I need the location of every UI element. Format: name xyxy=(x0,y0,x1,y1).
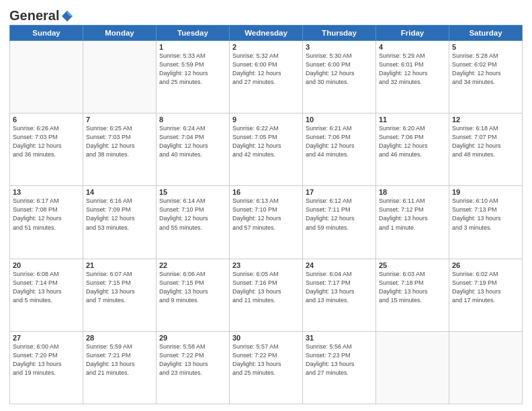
day-info: Sunrise: 6:18 AM Sunset: 7:07 PM Dayligh… xyxy=(452,124,519,159)
calendar-cell: 8Sunrise: 6:24 AM Sunset: 7:04 PM Daylig… xyxy=(157,113,230,186)
day-info: Sunrise: 5:56 AM Sunset: 7:23 PM Dayligh… xyxy=(306,342,373,377)
calendar-week-row: 27Sunrise: 6:00 AM Sunset: 7:20 PM Dayli… xyxy=(10,331,523,404)
calendar-cell: 3Sunrise: 5:30 AM Sunset: 6:00 PM Daylig… xyxy=(303,41,376,113)
day-info: Sunrise: 6:14 AM Sunset: 7:10 PM Dayligh… xyxy=(159,197,226,232)
calendar-cell: 19Sunrise: 6:10 AM Sunset: 7:13 PM Dayli… xyxy=(449,186,523,259)
day-number: 25 xyxy=(379,261,446,269)
day-info: Sunrise: 6:05 AM Sunset: 7:16 PM Dayligh… xyxy=(232,270,300,305)
calendar-cell: 15Sunrise: 6:14 AM Sunset: 7:10 PM Dayli… xyxy=(157,186,230,259)
day-info: Sunrise: 6:24 AM Sunset: 7:04 PM Dayligh… xyxy=(159,124,226,159)
day-number: 3 xyxy=(306,43,373,51)
day-info: Sunrise: 5:58 AM Sunset: 7:22 PM Dayligh… xyxy=(159,342,226,377)
day-info: Sunrise: 5:29 AM Sunset: 6:01 PM Dayligh… xyxy=(379,52,446,87)
calendar-cell: 20Sunrise: 6:08 AM Sunset: 7:14 PM Dayli… xyxy=(10,259,83,331)
calendar-cell: 6Sunrise: 6:26 AM Sunset: 7:03 PM Daylig… xyxy=(10,113,83,186)
day-number: 5 xyxy=(452,43,519,51)
day-number: 17 xyxy=(306,188,373,196)
calendar-cell: 31Sunrise: 5:56 AM Sunset: 7:23 PM Dayli… xyxy=(303,331,376,404)
calendar-cell: 12Sunrise: 6:18 AM Sunset: 7:07 PM Dayli… xyxy=(449,113,523,186)
calendar-week-row: 20Sunrise: 6:08 AM Sunset: 7:14 PM Dayli… xyxy=(10,259,523,331)
logo-general-text: General xyxy=(9,8,59,24)
calendar-cell: 24Sunrise: 6:04 AM Sunset: 7:17 PM Dayli… xyxy=(303,259,376,331)
day-number: 12 xyxy=(452,116,519,124)
calendar-cell: 7Sunrise: 6:25 AM Sunset: 7:03 PM Daylig… xyxy=(83,113,157,186)
day-number: 18 xyxy=(379,188,446,196)
calendar-week-row: 13Sunrise: 6:17 AM Sunset: 7:08 PM Dayli… xyxy=(10,186,523,259)
day-of-week-header: Saturday xyxy=(449,26,523,41)
calendar-cell: 23Sunrise: 6:05 AM Sunset: 7:16 PM Dayli… xyxy=(230,259,303,331)
calendar-cell: 22Sunrise: 6:06 AM Sunset: 7:15 PM Dayli… xyxy=(157,259,230,331)
day-of-week-header: Sunday xyxy=(10,26,83,41)
calendar-week-row: 6Sunrise: 6:26 AM Sunset: 7:03 PM Daylig… xyxy=(10,113,523,186)
calendar-cell: 17Sunrise: 6:12 AM Sunset: 7:11 PM Dayli… xyxy=(303,186,376,259)
day-number: 26 xyxy=(452,261,519,269)
day-number: 21 xyxy=(86,261,153,269)
day-number: 6 xyxy=(13,116,80,124)
calendar-cell xyxy=(376,331,449,404)
day-number: 16 xyxy=(232,188,300,196)
day-info: Sunrise: 5:28 AM Sunset: 6:02 PM Dayligh… xyxy=(452,52,519,87)
header: General xyxy=(9,8,523,21)
day-info: Sunrise: 6:07 AM Sunset: 7:15 PM Dayligh… xyxy=(86,270,153,305)
day-info: Sunrise: 6:21 AM Sunset: 7:06 PM Dayligh… xyxy=(306,124,373,159)
day-info: Sunrise: 6:06 AM Sunset: 7:15 PM Dayligh… xyxy=(159,270,226,305)
calendar-cell: 21Sunrise: 6:07 AM Sunset: 7:15 PM Dayli… xyxy=(83,259,157,331)
calendar-cell: 11Sunrise: 6:20 AM Sunset: 7:06 PM Dayli… xyxy=(376,113,449,186)
calendar-cell: 5Sunrise: 5:28 AM Sunset: 6:02 PM Daylig… xyxy=(449,41,523,113)
logo-icon xyxy=(60,9,74,23)
day-info: Sunrise: 5:57 AM Sunset: 7:22 PM Dayligh… xyxy=(232,342,300,377)
day-info: Sunrise: 6:17 AM Sunset: 7:08 PM Dayligh… xyxy=(13,197,80,232)
page: General SundayMondayTuesdayWednesdayThur… xyxy=(0,0,532,411)
day-number: 13 xyxy=(13,188,80,196)
calendar-cell: 9Sunrise: 6:22 AM Sunset: 7:05 PM Daylig… xyxy=(230,113,303,186)
day-info: Sunrise: 6:02 AM Sunset: 7:19 PM Dayligh… xyxy=(452,270,519,305)
day-info: Sunrise: 6:03 AM Sunset: 7:18 PM Dayligh… xyxy=(379,270,446,305)
calendar-cell: 25Sunrise: 6:03 AM Sunset: 7:18 PM Dayli… xyxy=(376,259,449,331)
calendar-cell: 18Sunrise: 6:11 AM Sunset: 7:12 PM Dayli… xyxy=(376,186,449,259)
logo: General xyxy=(9,8,74,21)
day-info: Sunrise: 5:33 AM Sunset: 5:59 PM Dayligh… xyxy=(159,52,226,87)
day-info: Sunrise: 6:00 AM Sunset: 7:20 PM Dayligh… xyxy=(13,342,80,377)
calendar-cell: 4Sunrise: 5:29 AM Sunset: 6:01 PM Daylig… xyxy=(376,41,449,113)
day-info: Sunrise: 6:10 AM Sunset: 7:13 PM Dayligh… xyxy=(452,197,519,232)
day-of-week-header: Monday xyxy=(83,26,157,41)
day-number: 20 xyxy=(13,261,80,269)
day-number: 4 xyxy=(379,43,446,51)
calendar-cell: 29Sunrise: 5:58 AM Sunset: 7:22 PM Dayli… xyxy=(157,331,230,404)
day-info: Sunrise: 5:30 AM Sunset: 6:00 PM Dayligh… xyxy=(306,52,373,87)
day-number: 8 xyxy=(159,116,226,124)
calendar-cell: 1Sunrise: 5:33 AM Sunset: 5:59 PM Daylig… xyxy=(157,41,230,113)
day-number: 10 xyxy=(306,116,373,124)
day-of-week-header: Tuesday xyxy=(157,26,230,41)
day-number: 24 xyxy=(306,261,373,269)
day-info: Sunrise: 5:32 AM Sunset: 6:00 PM Dayligh… xyxy=(232,52,300,87)
calendar-cell: 27Sunrise: 6:00 AM Sunset: 7:20 PM Dayli… xyxy=(10,331,83,404)
day-info: Sunrise: 6:11 AM Sunset: 7:12 PM Dayligh… xyxy=(379,197,446,232)
calendar-week-row: 1Sunrise: 5:33 AM Sunset: 5:59 PM Daylig… xyxy=(10,41,523,113)
day-info: Sunrise: 6:22 AM Sunset: 7:05 PM Dayligh… xyxy=(232,124,300,159)
day-info: Sunrise: 6:25 AM Sunset: 7:03 PM Dayligh… xyxy=(86,124,153,159)
calendar-cell xyxy=(449,331,523,404)
calendar-cell: 13Sunrise: 6:17 AM Sunset: 7:08 PM Dayli… xyxy=(10,186,83,259)
calendar-cell xyxy=(83,41,157,113)
calendar-cell: 30Sunrise: 5:57 AM Sunset: 7:22 PM Dayli… xyxy=(230,331,303,404)
day-number: 23 xyxy=(232,261,300,269)
day-number: 22 xyxy=(159,261,226,269)
calendar-cell: 2Sunrise: 5:32 AM Sunset: 6:00 PM Daylig… xyxy=(230,41,303,113)
calendar-table: SundayMondayTuesdayWednesdayThursdayFrid… xyxy=(9,25,523,404)
calendar-cell xyxy=(10,41,83,113)
day-number: 28 xyxy=(86,334,153,342)
day-of-week-header: Thursday xyxy=(303,26,376,41)
day-of-week-header: Wednesday xyxy=(230,26,303,41)
day-number: 15 xyxy=(159,188,226,196)
day-number: 27 xyxy=(13,334,80,342)
day-info: Sunrise: 6:13 AM Sunset: 7:10 PM Dayligh… xyxy=(232,197,300,232)
day-info: Sunrise: 6:26 AM Sunset: 7:03 PM Dayligh… xyxy=(13,124,80,159)
day-number: 2 xyxy=(232,43,300,51)
day-number: 19 xyxy=(452,188,519,196)
day-info: Sunrise: 5:59 AM Sunset: 7:21 PM Dayligh… xyxy=(86,342,153,377)
calendar-cell: 26Sunrise: 6:02 AM Sunset: 7:19 PM Dayli… xyxy=(449,259,523,331)
day-number: 9 xyxy=(232,116,300,124)
day-number: 29 xyxy=(159,334,226,342)
day-number: 30 xyxy=(232,334,300,342)
